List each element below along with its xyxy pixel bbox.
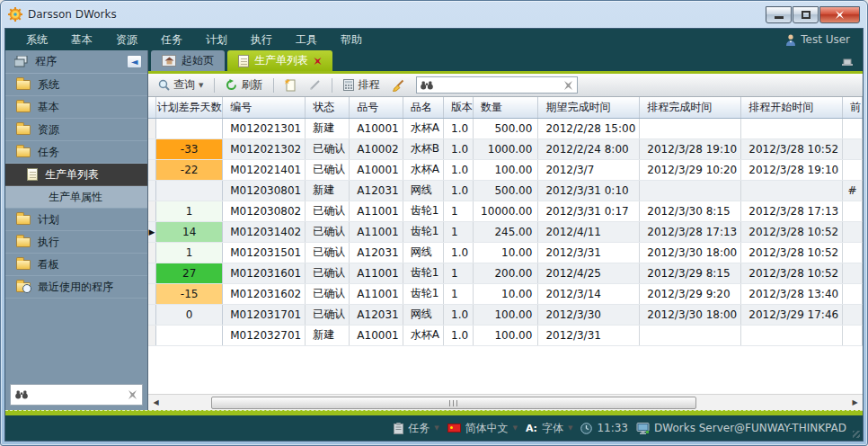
menu-item-1[interactable]: 基本	[59, 29, 104, 50]
maximize-button[interactable]	[793, 6, 819, 23]
cell-3: 齿轮1	[403, 221, 443, 242]
cell-6: 2012/3/30	[538, 304, 640, 325]
column-header-6[interactable]: 数量	[474, 97, 538, 118]
overflow-cell: #	[843, 180, 863, 201]
table-row[interactable]: M012021301新建A10001水杯A1.0500.002012/2/28 …	[148, 118, 863, 138]
sidebar-item-1[interactable]: 基本	[5, 96, 147, 119]
table-row[interactable]: -15M012031602已确认A11001齿轮1110.002012/3/14…	[148, 283, 863, 304]
toolbar-search-input[interactable]	[437, 79, 560, 92]
tab-close-icon[interactable]	[314, 58, 322, 65]
menu-item-4[interactable]: 计划	[194, 29, 239, 50]
column-header-4[interactable]: 品名	[403, 97, 443, 118]
sidebar-item-8[interactable]: 看板	[5, 254, 147, 276]
scroll-left-icon[interactable]: ◀	[148, 395, 164, 410]
sidebar-search-clear-icon[interactable]	[128, 390, 137, 399]
row-selector-cell[interactable]	[148, 159, 156, 180]
column-header-2[interactable]: 状态	[306, 97, 350, 118]
menu-item-7[interactable]: 帮助	[329, 29, 374, 50]
menu-item-6[interactable]: 工具	[284, 29, 329, 50]
cell-0: M012021301	[223, 118, 306, 138]
scroll-right-icon[interactable]: ▶	[847, 395, 863, 410]
scrollbar-thumb[interactable]	[211, 397, 696, 409]
column-header-5[interactable]: 版本	[444, 97, 474, 118]
tab-window-list-icon[interactable]	[841, 57, 854, 67]
font-icon: A:	[526, 423, 537, 434]
status-server: DWorks Server@FUNWAY-THINKPAD	[636, 422, 846, 434]
table-row[interactable]: ▶14M012031402已确认A11001齿轮11245.002012/4/1…	[148, 221, 863, 242]
menu-item-2[interactable]: 资源	[104, 29, 149, 50]
row-selector-cell[interactable]	[148, 304, 156, 325]
table-row[interactable]: 1M012031501已确认A12031网线1.010.002012/3/312…	[148, 242, 863, 263]
refresh-label: 刷新	[241, 77, 262, 93]
sidebar-item-3[interactable]: 任务	[5, 141, 147, 164]
cell-1: 已确认	[306, 304, 350, 325]
status-font[interactable]: A: 字体 ▼	[526, 421, 573, 436]
menu-item-3[interactable]: 任务	[149, 29, 194, 50]
language-dropdown-icon[interactable]: ▼	[513, 424, 518, 432]
cell-7	[640, 118, 741, 138]
sidebar-item-4[interactable]: 生产单列表	[5, 164, 147, 186]
row-selector-cell[interactable]	[148, 201, 156, 221]
row-selector-cell[interactable]	[148, 138, 156, 159]
current-row-marker[interactable]: ▶	[148, 221, 156, 242]
table-row[interactable]: 27M012031601已确认A11001齿轮11200.002012/4/25…	[148, 263, 863, 283]
status-language[interactable]: 简体中文 ▼	[447, 421, 518, 436]
sidebar-item-2[interactable]: 资源	[5, 119, 147, 141]
sidebar-collapse-button[interactable]: ◄	[127, 55, 142, 68]
row-selector-cell[interactable]	[148, 180, 156, 201]
binoculars-icon	[421, 81, 433, 90]
sidebar-item-0[interactable]: 系统	[5, 74, 147, 96]
table-row[interactable]: -33M012021302已确认A10002水杯B1.01000.002012/…	[148, 138, 863, 159]
edit-button[interactable]	[305, 77, 325, 93]
column-header-1[interactable]: 编号	[223, 97, 306, 118]
minimize-button[interactable]	[766, 6, 792, 23]
table-row[interactable]: 1M012030802已确认A11001齿轮1110000.002012/3/3…	[148, 201, 863, 221]
sidebar-item-label: 最近使用的程序	[38, 280, 113, 295]
folder-icon	[16, 147, 31, 157]
query-button[interactable]: 查询 ▼	[154, 76, 208, 94]
sidebar-item-9[interactable]: 最近使用的程序	[5, 276, 147, 299]
tab-home[interactable]: 起始页	[151, 50, 225, 71]
query-dropdown-icon[interactable]: ▼	[199, 82, 203, 89]
refresh-button[interactable]: 刷新	[221, 76, 267, 94]
font-dropdown-icon[interactable]: ▼	[568, 424, 572, 432]
new-button[interactable]	[280, 77, 301, 94]
clean-button[interactable]	[387, 77, 409, 94]
column-header-0[interactable]: 计划差异天数	[156, 97, 223, 118]
table-row[interactable]: 0M012031701已确认A12031网线1.0100.002012/3/30…	[148, 304, 863, 325]
schedule-button[interactable]: 排程	[339, 76, 384, 94]
table-row[interactable]: M012030801新建A12031网线1.0500.002012/3/31 0…	[148, 180, 863, 201]
row-selector-cell[interactable]	[148, 283, 156, 304]
cell-1: 新建	[306, 118, 350, 138]
menu-item-5[interactable]: 执行	[239, 29, 284, 50]
row-selector-cell[interactable]	[148, 325, 156, 345]
toolbar-search-clear-icon[interactable]	[563, 81, 573, 90]
column-header-10[interactable]: 前	[843, 97, 863, 118]
row-selector-cell[interactable]	[148, 242, 156, 263]
table-row[interactable]: M012032701新建A10001水杯A1.0100.002012/3/31	[148, 325, 863, 345]
row-selector-cell[interactable]	[148, 118, 156, 138]
tab-production-order-list[interactable]: 生产单列表	[227, 50, 332, 71]
resize-grip[interactable]	[853, 431, 860, 438]
sidebar-item-6[interactable]: 计划	[5, 209, 147, 231]
task-dropdown-icon[interactable]: ▼	[434, 424, 438, 432]
sidebar-search-input[interactable]	[32, 388, 123, 401]
status-task[interactable]: 任务 ▼	[394, 421, 438, 436]
overflow-cell	[843, 283, 863, 304]
column-header-3[interactable]: 品号	[350, 97, 403, 118]
sidebar-item-7[interactable]: 执行	[5, 231, 147, 254]
current-user[interactable]: Test User	[785, 33, 863, 46]
row-selector-cell[interactable]	[148, 263, 156, 283]
overflow-cell	[843, 201, 863, 221]
table-row[interactable]: -22M012021401已确认A10001水杯A1.0100.002012/3…	[148, 159, 863, 180]
column-header-9[interactable]: 排程开始时间	[741, 97, 843, 118]
column-header-7[interactable]: 期望完成时间	[538, 97, 640, 118]
sidebar-item-5[interactable]: 生产单属性	[5, 186, 147, 209]
close-button[interactable]	[819, 6, 860, 23]
toolbar-separator	[273, 78, 274, 93]
menu-item-0[interactable]: 系统	[14, 29, 59, 50]
column-header-8[interactable]: 排程完成时间	[640, 97, 741, 118]
cell-3: 齿轮1	[403, 283, 443, 304]
horizontal-scrollbar[interactable]: ◀ ▶	[148, 394, 863, 410]
title-bar[interactable]: Darsson DWorks	[1, 1, 867, 28]
